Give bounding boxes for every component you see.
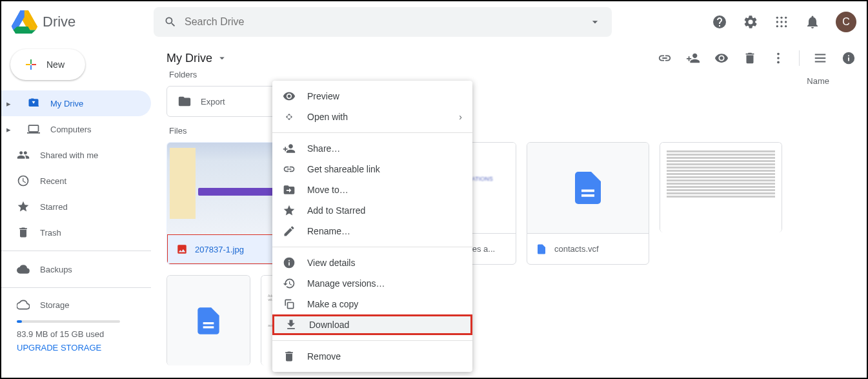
preview-button[interactable] (714, 50, 729, 66)
upgrade-link[interactable]: UPGRADE STORAGE (17, 343, 136, 353)
menu-label: Remove (307, 351, 341, 362)
svg-point-7 (776, 17, 778, 19)
new-button[interactable]: New (10, 49, 85, 80)
menu-versions[interactable]: Manage versions… (272, 273, 472, 294)
svg-rect-25 (288, 303, 294, 309)
menu-shareable-link[interactable]: Get shareable link (272, 159, 472, 179)
list-view-button[interactable] (812, 50, 828, 66)
breadcrumb-label: My Drive (167, 52, 212, 65)
open-with-icon (283, 110, 296, 123)
get-link-button[interactable] (657, 50, 672, 66)
svg-point-10 (776, 21, 778, 23)
menu-label: Get shareable link (307, 164, 380, 174)
menu-label: Share… (307, 143, 340, 154)
sort-label[interactable]: Name (807, 76, 829, 86)
menu-open-with[interactable]: Open with › (272, 107, 472, 127)
menu-remove[interactable]: Remove (272, 346, 472, 367)
apps-button[interactable] (774, 14, 789, 30)
plus-icon (23, 57, 39, 72)
file-icon (535, 243, 548, 256)
edit-icon (283, 225, 296, 238)
menu-label: Manage versions… (307, 278, 385, 289)
sidebar: New ▸ My Drive ▸ Computers Shared with m… (1, 43, 156, 378)
search-input[interactable] (185, 16, 589, 28)
people-icon (17, 149, 30, 161)
person-add-icon (283, 142, 296, 155)
file-card[interactable] (167, 275, 250, 365)
menu-label: Download (309, 320, 349, 330)
file-thumbnail (527, 143, 649, 233)
menu-copy[interactable]: Make a copy (272, 294, 472, 314)
file-card-selected[interactable]: 207837-1.jpg (167, 142, 289, 265)
link-icon (283, 163, 296, 176)
menu-star[interactable]: Add to Starred (272, 200, 472, 221)
expand-icon[interactable]: ▸ (6, 99, 14, 108)
menu-label: Open with (307, 112, 348, 122)
share-button[interactable] (685, 50, 701, 66)
nav-my-drive[interactable]: ▸ My Drive (1, 90, 151, 116)
settings-button[interactable] (743, 14, 758, 30)
nav-trash[interactable]: Trash (1, 220, 151, 245)
storage-bar (17, 320, 120, 323)
menu-label: Rename… (307, 226, 350, 236)
details-button[interactable] (841, 50, 856, 66)
account-avatar[interactable]: C (836, 12, 856, 32)
menu-details[interactable]: View details (272, 252, 472, 273)
menu-divider (272, 247, 472, 247)
file-thumbnail (660, 143, 782, 232)
file-name: contacts.vcf (554, 244, 599, 254)
star-icon (17, 200, 30, 213)
delete-button[interactable] (742, 50, 758, 66)
menu-move-to[interactable]: Move to… (272, 179, 472, 200)
svg-point-20 (777, 53, 780, 56)
drive-logo[interactable]: Drive (12, 9, 154, 35)
drive-icon (27, 97, 40, 110)
svg-point-13 (776, 25, 778, 27)
eye-icon (283, 90, 296, 103)
menu-share[interactable]: Share… (272, 138, 472, 159)
svg-marker-4 (14, 30, 35, 34)
topbar-actions: C (712, 12, 856, 32)
more-button[interactable] (771, 50, 786, 66)
folder-name: Export (201, 97, 225, 107)
search-options-icon[interactable] (589, 15, 601, 28)
nav-label: Trash (40, 228, 61, 238)
nav-label: Shared with me (40, 150, 98, 160)
search-icon (164, 15, 177, 28)
file-card[interactable] (660, 142, 782, 232)
folders-label: Folders (169, 70, 856, 79)
nav-label: Computers (50, 125, 92, 134)
menu-download[interactable]: Download (272, 314, 472, 335)
main-content: My Drive Name Folders Export Test (156, 43, 867, 378)
menu-preview[interactable]: Preview (272, 86, 472, 107)
storage-title[interactable]: Storage (40, 300, 70, 310)
files-grid: 207837-1.jpg AND REGULATIONS(2017-2018) … (167, 142, 856, 365)
search-bar[interactable] (154, 7, 612, 37)
expand-icon[interactable]: ▸ (6, 125, 14, 134)
nav-label: My Drive (50, 99, 83, 108)
nav-starred[interactable]: Starred (1, 194, 151, 220)
notifications-button[interactable] (805, 14, 820, 30)
menu-divider (272, 132, 472, 133)
svg-point-14 (780, 25, 782, 27)
nav-computers[interactable]: ▸ Computers (1, 116, 151, 142)
breadcrumb[interactable]: My Drive (167, 52, 228, 65)
nav-shared[interactable]: Shared with me (1, 142, 151, 168)
folder-icon (177, 94, 192, 108)
clock-icon (17, 174, 30, 187)
download-icon (285, 318, 298, 331)
menu-label: Preview (307, 91, 339, 101)
chevron-right-icon: › (459, 112, 462, 122)
file-card[interactable]: contacts.vcf (527, 142, 649, 265)
file-icon (569, 165, 607, 211)
menu-rename[interactable]: Rename… (272, 221, 472, 241)
nav-label: Starred (40, 202, 68, 212)
file-thumbnail (167, 276, 250, 365)
help-button[interactable] (712, 14, 727, 30)
nav-recent[interactable]: Recent (1, 168, 151, 194)
divider (1, 251, 151, 251)
drive-logo-icon (12, 9, 37, 35)
cloud-outline-icon (17, 298, 30, 311)
nav-backups[interactable]: Backups (1, 256, 151, 282)
main-header: My Drive (167, 43, 856, 74)
